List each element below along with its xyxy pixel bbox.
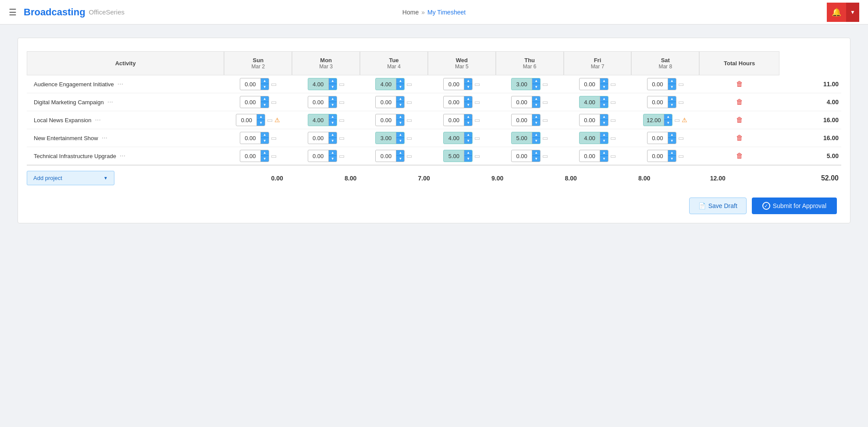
note-icon[interactable]: ▭ — [474, 152, 480, 159]
spinner-down-button[interactable]: ▼ — [396, 156, 404, 162]
time-input[interactable] — [580, 133, 600, 143]
note-icon[interactable]: ▭ — [271, 81, 277, 88]
time-input[interactable] — [308, 133, 328, 143]
note-icon[interactable]: ▭ — [542, 81, 548, 88]
note-icon[interactable]: ▭ — [678, 81, 684, 88]
note-icon[interactable]: ▭ — [271, 152, 277, 159]
home-link[interactable]: Home — [402, 9, 419, 16]
time-input[interactable] — [647, 97, 668, 107]
spinner-down-button[interactable]: ▼ — [261, 156, 269, 162]
time-input[interactable] — [308, 97, 328, 107]
time-input[interactable] — [444, 151, 464, 161]
spinner-up-button[interactable]: ▲ — [396, 78, 404, 84]
spinner-up-button[interactable]: ▲ — [464, 96, 472, 102]
spinner-up-button[interactable]: ▲ — [600, 150, 608, 156]
spinner-down-button[interactable]: ▼ — [396, 138, 404, 144]
note-icon[interactable]: ▭ — [674, 116, 680, 124]
note-icon[interactable]: ▭ — [678, 134, 684, 141]
spinner-down-button[interactable]: ▼ — [396, 120, 404, 126]
activity-options-button[interactable]: ··· — [116, 152, 129, 160]
spinner-down-button[interactable]: ▼ — [668, 138, 676, 144]
note-icon[interactable]: ▭ — [678, 99, 684, 106]
time-input[interactable] — [512, 79, 532, 89]
spinner-down-button[interactable]: ▼ — [668, 102, 676, 108]
delete-row-button[interactable]: 🗑 — [736, 152, 743, 159]
spinner-up-button[interactable]: ▲ — [261, 96, 269, 102]
spinner-down-button[interactable]: ▼ — [396, 84, 404, 90]
spinner-down-button[interactable]: ▼ — [329, 102, 337, 108]
time-input[interactable] — [580, 79, 600, 89]
note-icon[interactable]: ▭ — [542, 99, 548, 106]
spinner-up-button[interactable]: ▲ — [396, 132, 404, 138]
note-icon[interactable]: ▭ — [406, 99, 412, 106]
note-icon[interactable]: ▭ — [271, 134, 277, 141]
spinner-up-button[interactable]: ▲ — [261, 150, 269, 156]
spinner-up-button[interactable]: ▲ — [532, 132, 540, 138]
time-input[interactable] — [444, 97, 464, 107]
time-input[interactable] — [580, 97, 600, 107]
note-icon[interactable]: ▭ — [610, 152, 616, 159]
spinner-up-button[interactable]: ▲ — [329, 132, 337, 138]
note-icon[interactable]: ▭ — [474, 99, 480, 106]
warning-icon[interactable]: ⚠ — [274, 116, 280, 124]
spinner-up-button[interactable]: ▲ — [668, 150, 676, 156]
note-icon[interactable]: ▭ — [339, 99, 345, 106]
note-icon[interactable]: ▭ — [610, 116, 616, 124]
time-input[interactable] — [444, 115, 464, 125]
time-input[interactable] — [512, 115, 532, 125]
delete-row-button[interactable]: 🗑 — [736, 134, 743, 141]
time-input[interactable] — [240, 79, 260, 89]
note-icon[interactable]: ▭ — [678, 152, 684, 159]
spinner-down-button[interactable]: ▼ — [261, 138, 269, 144]
delete-row-button[interactable]: 🗑 — [736, 80, 743, 88]
time-input[interactable] — [376, 151, 396, 161]
spinner-up-button[interactable]: ▲ — [600, 132, 608, 138]
time-input[interactable] — [376, 79, 396, 89]
spinner-down-button[interactable]: ▼ — [464, 138, 472, 144]
add-project-button[interactable]: Add project ▼ — [27, 171, 114, 185]
time-input[interactable] — [444, 79, 464, 89]
time-input[interactable] — [376, 115, 396, 125]
spinner-up-button[interactable]: ▲ — [464, 132, 472, 138]
delete-row-button[interactable]: 🗑 — [736, 98, 743, 106]
note-icon[interactable]: ▭ — [406, 116, 412, 124]
spinner-down-button[interactable]: ▼ — [329, 138, 337, 144]
spinner-down-button[interactable]: ▼ — [532, 84, 540, 90]
spinner-down-button[interactable]: ▼ — [464, 120, 472, 126]
spinner-up-button[interactable]: ▲ — [532, 96, 540, 102]
time-input[interactable] — [240, 133, 260, 143]
current-page-link[interactable]: My Timesheet — [427, 9, 466, 16]
note-icon[interactable]: ▭ — [339, 116, 345, 124]
spinner-down-button[interactable]: ▼ — [532, 156, 540, 162]
time-input[interactable] — [308, 115, 328, 125]
note-icon[interactable]: ▭ — [406, 134, 412, 141]
spinner-down-button[interactable]: ▼ — [329, 156, 337, 162]
spinner-up-button[interactable]: ▲ — [329, 96, 337, 102]
time-input[interactable] — [240, 151, 260, 161]
spinner-up-button[interactable]: ▲ — [600, 114, 608, 120]
note-icon[interactable]: ▭ — [542, 152, 548, 159]
time-input[interactable] — [580, 115, 600, 125]
time-input[interactable] — [644, 115, 664, 125]
submit-approval-button[interactable]: ✓ Submit for Approval — [752, 198, 837, 214]
spinner-down-button[interactable]: ▼ — [329, 120, 337, 126]
spinner-up-button[interactable]: ▲ — [261, 78, 269, 84]
note-icon[interactable]: ▭ — [610, 134, 616, 141]
note-icon[interactable]: ▭ — [542, 134, 548, 141]
time-input[interactable] — [308, 151, 328, 161]
spinner-down-button[interactable]: ▼ — [261, 84, 269, 90]
time-input[interactable] — [240, 97, 260, 107]
note-icon[interactable]: ▭ — [339, 134, 345, 141]
spinner-up-button[interactable]: ▲ — [329, 78, 337, 84]
note-icon[interactable]: ▭ — [610, 81, 616, 88]
spinner-up-button[interactable]: ▲ — [464, 150, 472, 156]
spinner-up-button[interactable]: ▲ — [600, 96, 608, 102]
spinner-up-button[interactable]: ▲ — [329, 114, 337, 120]
spinner-up-button[interactable]: ▲ — [600, 78, 608, 84]
time-input[interactable] — [647, 79, 668, 89]
spinner-up-button[interactable]: ▲ — [396, 114, 404, 120]
spinner-up-button[interactable]: ▲ — [532, 114, 540, 120]
spinner-up-button[interactable]: ▲ — [668, 96, 676, 102]
note-icon[interactable]: ▭ — [339, 152, 345, 159]
time-input[interactable] — [647, 133, 668, 143]
